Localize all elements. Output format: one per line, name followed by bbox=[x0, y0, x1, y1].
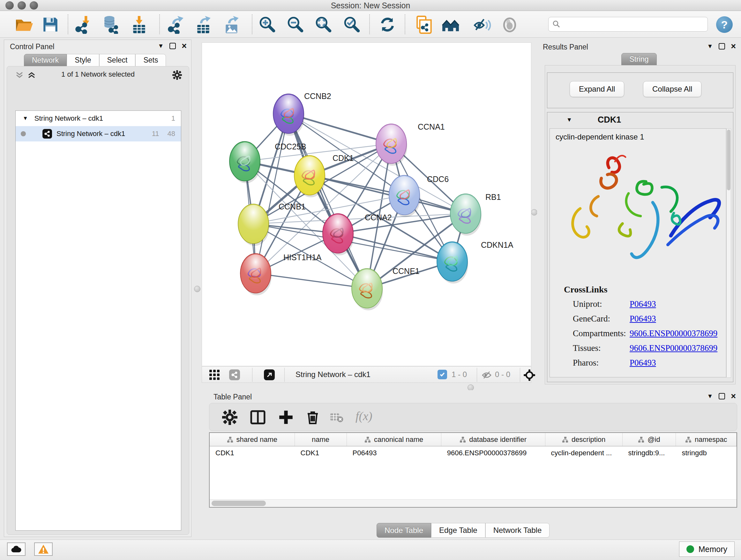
import-network-icon[interactable] bbox=[74, 15, 93, 34]
tab-edge-table[interactable]: Edge Table bbox=[431, 523, 485, 538]
export-network-icon[interactable] bbox=[167, 15, 185, 34]
tab-string[interactable]: String bbox=[621, 53, 657, 65]
collapse-all-icon[interactable] bbox=[15, 71, 23, 78]
float-panel-icon[interactable]: ▼ bbox=[158, 43, 164, 50]
table-gear-icon[interactable] bbox=[222, 410, 238, 425]
search-box[interactable] bbox=[548, 17, 708, 32]
crosslink-link-compartments[interactable]: 9606.ENSP00000378699 bbox=[630, 328, 718, 338]
node-RB1[interactable]: RB1 bbox=[450, 192, 501, 236]
expand-all-button[interactable]: Expand All bbox=[569, 81, 624, 97]
results-scrollbar[interactable] bbox=[726, 129, 731, 378]
node-CCNB2[interactable]: CCNB2 bbox=[273, 91, 331, 136]
node-CCNA1[interactable]: CCNA1 bbox=[376, 122, 445, 166]
zoom-fit-icon[interactable] bbox=[314, 15, 333, 34]
edge-CCNA1-HIST1H1A[interactable] bbox=[256, 144, 391, 273]
left-splitter-handle[interactable] bbox=[194, 286, 200, 292]
column-header-description[interactable]: description bbox=[545, 433, 623, 446]
export-image-icon[interactable] bbox=[223, 15, 241, 34]
tab-style[interactable]: Style bbox=[67, 54, 99, 66]
tab-network-table[interactable]: Network Table bbox=[485, 523, 550, 538]
table-hscrollbar-thumb[interactable] bbox=[212, 501, 266, 506]
network-graph[interactable]: CCNB2CCNA1CDC25BCDK1CDC6RB1CCNB1CCNA2CDK… bbox=[202, 43, 531, 366]
node-CDK1[interactable]: CDK1 bbox=[294, 153, 354, 197]
node-label-CCNB2: CCNB2 bbox=[304, 91, 331, 101]
memory-button[interactable]: Memory bbox=[679, 542, 735, 557]
results-scrollbar-thumb[interactable] bbox=[727, 130, 731, 190]
node-CCNA2[interactable]: CCNA2 bbox=[323, 213, 392, 255]
selected-count: 1 - 0 bbox=[452, 370, 467, 379]
grid-view-icon[interactable] bbox=[209, 369, 220, 380]
edge-HIST1H1A-CCNE1[interactable] bbox=[256, 273, 367, 288]
pan-navigate-icon[interactable] bbox=[524, 369, 535, 381]
search-icon bbox=[552, 20, 561, 28]
selected-checkbox-icon[interactable] bbox=[437, 370, 447, 379]
edge-CCNB2-HIST1H1A[interactable] bbox=[256, 114, 288, 273]
zoom-in-icon[interactable] bbox=[258, 15, 277, 34]
network-row-selected[interactable]: String Network – cdk1 11 48 bbox=[16, 126, 181, 141]
float-panel-icon[interactable]: ▼ bbox=[707, 43, 713, 50]
import-table-icon[interactable] bbox=[130, 15, 148, 34]
maximize-panel-icon[interactable] bbox=[170, 43, 176, 49]
clone-network-icon[interactable] bbox=[415, 15, 434, 34]
tree-expand-icon[interactable]: ▼ bbox=[23, 115, 28, 122]
add-column-icon[interactable] bbox=[278, 410, 293, 425]
save-session-icon[interactable] bbox=[41, 15, 60, 34]
crosslink-link-uniprot[interactable]: P06493 bbox=[630, 299, 656, 309]
tab-select[interactable]: Select bbox=[99, 54, 136, 66]
crosslink-link-genecard[interactable]: P06493 bbox=[630, 314, 656, 324]
column-header-canonicalname[interactable]: canonical name bbox=[347, 433, 441, 446]
hide-panel-eye-icon[interactable] bbox=[473, 15, 491, 34]
gear-icon[interactable] bbox=[172, 70, 182, 80]
tab-node-table[interactable]: Node Table bbox=[377, 523, 431, 538]
import-network-from-database-icon[interactable] bbox=[102, 15, 121, 34]
search-input[interactable] bbox=[561, 20, 701, 28]
houses-icon[interactable] bbox=[441, 15, 460, 34]
results-panel-title: Results Panel bbox=[543, 43, 588, 51]
node-HIST1H1A[interactable]: HIST1H1A bbox=[240, 253, 322, 295]
maximize-panel-icon[interactable] bbox=[719, 43, 725, 50]
node-CCNE1[interactable]: CCNE1 bbox=[352, 266, 420, 310]
collapse-all-button[interactable]: Collapse All bbox=[643, 81, 701, 97]
maximize-panel-icon[interactable] bbox=[719, 393, 725, 399]
column-header-id[interactable]: @id bbox=[623, 433, 676, 446]
zoom-selected-icon[interactable] bbox=[343, 15, 361, 34]
birdseye-toggle-icon[interactable] bbox=[264, 369, 275, 380]
node-CDKN1A[interactable]: CDKN1A bbox=[437, 240, 514, 284]
bottom-splitter-handle[interactable] bbox=[468, 384, 474, 391]
open-session-icon[interactable] bbox=[14, 15, 33, 34]
column-header-sharedname[interactable]: shared name bbox=[210, 433, 295, 446]
crosslink-link-tissues[interactable]: 9606.ENSP00000378699 bbox=[630, 343, 718, 353]
close-panel-icon[interactable]: × bbox=[731, 393, 736, 399]
protein-structure-image bbox=[553, 145, 722, 272]
section-collapse-icon[interactable]: ▼ bbox=[566, 117, 572, 123]
network-canvas[interactable]: CCNB2CCNA1CDC25BCDK1CDC6RB1CCNB1CCNA2CDK… bbox=[202, 43, 531, 366]
gene-details: cyclin-dependent kinase 1 bbox=[549, 128, 726, 377]
node-label-CCNE1: CCNE1 bbox=[393, 266, 420, 275]
close-panel-icon[interactable]: × bbox=[731, 43, 736, 50]
cloud-button[interactable] bbox=[7, 543, 25, 556]
table-hscrollbar[interactable] bbox=[210, 499, 737, 507]
tab-network[interactable]: Network bbox=[24, 54, 67, 66]
tab-sets[interactable]: Sets bbox=[135, 54, 166, 66]
float-panel-icon[interactable]: ▼ bbox=[707, 393, 713, 400]
column-header-namespac[interactable]: namespac bbox=[676, 433, 737, 446]
expand-all-icon[interactable] bbox=[27, 71, 36, 78]
node-CDC6[interactable]: CDC6 bbox=[389, 175, 449, 217]
close-panel-icon[interactable]: × bbox=[182, 43, 187, 49]
crosslink-link-pharos[interactable]: P06493 bbox=[630, 358, 656, 368]
show-columns-icon[interactable] bbox=[250, 410, 266, 425]
gene-section-header[interactable]: ▼ CDK1 bbox=[547, 112, 733, 127]
network-type-badge-icon[interactable] bbox=[229, 369, 240, 380]
export-table-icon[interactable] bbox=[195, 15, 213, 34]
table-row[interactable]: CDK1CDK1P064939606.ENSP00000378699cyclin… bbox=[210, 446, 737, 460]
network-collection-row[interactable]: ▼ String Network – cdk1 1 bbox=[16, 111, 181, 126]
zoom-out-icon[interactable] bbox=[286, 15, 305, 34]
column-header-databaseidentifier[interactable]: database identifier bbox=[441, 433, 545, 446]
help-button[interactable]: ? bbox=[716, 16, 733, 33]
column-header-name[interactable]: name bbox=[295, 433, 347, 446]
refresh-icon[interactable] bbox=[378, 15, 397, 34]
right-splitter-handle[interactable] bbox=[531, 209, 537, 215]
edge-CCNB2-CCNE1[interactable] bbox=[288, 114, 367, 288]
delete-column-icon[interactable] bbox=[305, 410, 320, 425]
warnings-button[interactable] bbox=[34, 543, 53, 556]
